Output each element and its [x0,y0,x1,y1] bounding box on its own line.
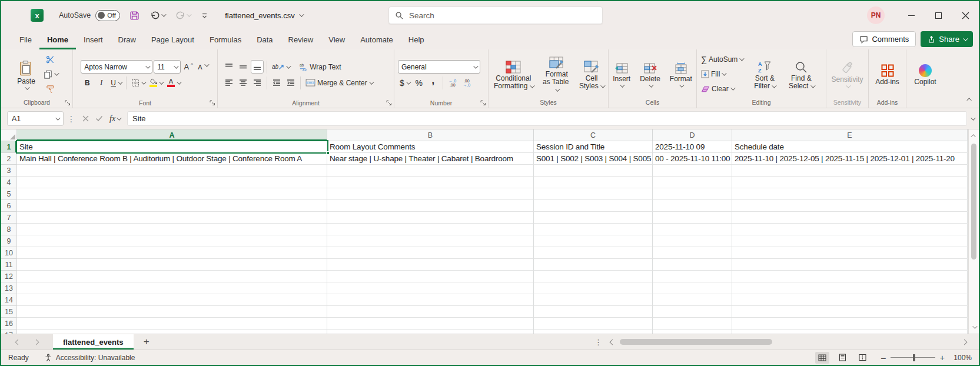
document-title[interactable]: flattened_events.csv [225,11,303,20]
cell-A2[interactable]: Main Hall | Conference Room B | Auditori… [17,153,327,165]
row-header-2[interactable]: 2 [1,153,17,165]
cell-A4[interactable] [17,177,327,188]
ribbon-tab-insert[interactable]: Insert [76,29,111,49]
horizontal-scroll-thumb[interactable] [620,339,772,345]
cell-A6[interactable] [17,200,327,212]
cell-E5[interactable] [732,188,968,200]
copy-button[interactable] [42,68,59,81]
formula-input[interactable]: Site [127,111,967,126]
previous-sheet-button[interactable] [15,339,21,345]
column-header-D[interactable]: D [653,129,732,141]
merge-center-button[interactable]: Merge & Center [304,76,374,89]
zoom-out-button[interactable]: – [881,354,886,362]
cell-E15[interactable] [732,306,968,318]
row-header-16[interactable]: 16 [1,318,17,330]
ribbon-tab-data[interactable]: Data [249,29,280,49]
cell-E1[interactable]: Schedule date [732,141,968,153]
font-color-button[interactable]: A [165,76,182,89]
accessibility-status[interactable]: Accessibility: Unavailable [44,354,135,362]
cancel-button[interactable] [81,114,90,123]
comments-button[interactable]: Comments [852,31,916,47]
cell-E3[interactable] [732,165,968,177]
column-header-A[interactable]: A [17,129,327,141]
align-left-button[interactable] [222,76,235,89]
cell-A13[interactable] [17,282,327,294]
ribbon-tab-automate[interactable]: Automate [353,29,401,49]
cell-A17[interactable] [17,330,327,334]
cell-A5[interactable] [17,188,327,200]
tabbar-splitter[interactable]: ⋮ [591,334,606,350]
cell-B15[interactable] [327,306,534,318]
undo-button[interactable] [149,9,166,22]
row-header-12[interactable]: 12 [1,271,17,282]
cell-styles-button[interactable]: Cell Styles [577,59,606,90]
align-right-button[interactable] [251,76,264,89]
cell-C5[interactable] [534,188,653,200]
cell-B1[interactable]: Room Layout Comments [327,141,534,153]
cell-D10[interactable] [653,247,732,259]
increase-decimal-button[interactable]: ←.0.00 [446,76,459,89]
clear-button[interactable]: Clear [699,82,736,96]
cell-D5[interactable] [653,188,732,200]
cell-E7[interactable] [732,212,968,224]
alignment-dialog-launcher[interactable] [386,100,392,106]
name-box[interactable]: A1 [7,111,64,126]
cell-A10[interactable] [17,247,327,259]
cell-A15[interactable] [17,306,327,318]
zoom-level[interactable]: 100% [951,354,972,362]
cell-C15[interactable] [534,306,653,318]
scroll-left-button[interactable] [608,340,616,344]
cell-E13[interactable] [732,282,968,294]
decrease-decimal-button[interactable]: .00→.0 [460,76,473,89]
bold-button[interactable]: B [81,76,94,89]
align-top-button[interactable] [222,60,235,74]
cell-D14[interactable] [653,294,732,306]
cell-B11[interactable] [327,259,534,271]
cell-B6[interactable] [327,200,534,212]
ribbon-tab-review[interactable]: Review [281,29,321,49]
cell-C1[interactable]: Session ID and Title [534,141,653,153]
ribbon-tab-help[interactable]: Help [401,29,432,49]
vertical-scrollbar[interactable] [968,129,979,334]
zoom-slider[interactable] [891,357,935,358]
scroll-down-button[interactable] [969,323,979,331]
cell-E12[interactable] [732,271,968,282]
cell-B14[interactable] [327,294,534,306]
sort-filter-button[interactable]: A Z Sort & Filter [748,59,781,90]
decrease-font-size-button[interactable]: A [196,60,209,74]
row-header-7[interactable]: 7 [1,212,17,224]
cell-D3[interactable] [653,165,732,177]
cell-B2[interactable]: Near stage | U-shape | Theater | Cabaret… [327,153,534,165]
row-header-1[interactable]: 1 [1,141,17,153]
fill-color-button[interactable] [148,76,164,89]
cell-C4[interactable] [534,177,653,188]
cell-B16[interactable] [327,318,534,330]
cell-C10[interactable] [534,247,653,259]
align-center-button[interactable] [237,76,250,89]
cell-B9[interactable] [327,235,534,247]
cell-D1[interactable]: 2025-11-10 09 [653,141,732,153]
increase-indent-button[interactable] [284,76,297,89]
cell-C13[interactable] [534,282,653,294]
increase-font-size-button[interactable]: A^ [182,60,195,74]
cell-D2[interactable]: 00 - 2025-11-10 11:00 [653,153,732,165]
cell-B7[interactable] [327,212,534,224]
user-avatar[interactable]: PN [867,6,885,24]
cell-E16[interactable] [732,318,968,330]
cell-A3[interactable] [17,165,327,177]
scroll-up-button[interactable] [969,132,979,140]
cell-C12[interactable] [534,271,653,282]
maximize-button[interactable] [925,1,952,29]
cell-D4[interactable] [653,177,732,188]
row-header-13[interactable]: 13 [1,282,17,294]
cell-D13[interactable] [653,282,732,294]
cell-D15[interactable] [653,306,732,318]
row-header-5[interactable]: 5 [1,188,17,200]
cell-B8[interactable] [327,224,534,235]
cell-A11[interactable] [17,259,327,271]
row-header-15[interactable]: 15 [1,306,17,318]
close-button[interactable] [952,1,979,29]
sensitivity-button[interactable]: Sensitivity [828,60,866,88]
row-header-3[interactable]: 3 [1,165,17,177]
cell-D9[interactable] [653,235,732,247]
